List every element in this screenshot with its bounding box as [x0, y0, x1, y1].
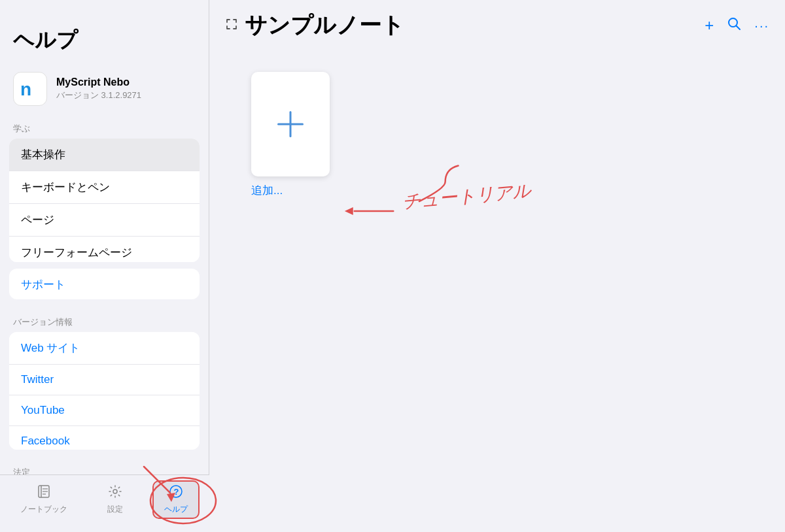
svg-marker-12 [345, 207, 353, 215]
menu-item-facebook[interactable]: Facebook [9, 426, 200, 450]
help-icon: ? [169, 484, 183, 502]
menu-item-twitter[interactable]: Twitter [9, 365, 200, 395]
menu-item-freeform[interactable]: フリーフォームページ [9, 237, 200, 262]
sidebar-header: ヘルプ [0, 0, 209, 61]
svg-text:?: ? [174, 487, 179, 497]
support-menu-group: サポート [9, 269, 200, 299]
nav-item-notebook[interactable]: ノートブック [10, 482, 78, 518]
app-info: n MyScript Nebo バージョン 3.1.2.9271 [0, 61, 209, 112]
menu-item-keyboard[interactable]: キーボードとペン [9, 171, 200, 204]
learn-section-label: 学ぶ [0, 112, 209, 139]
main-title: サンプルノート [245, 10, 404, 41]
menu-item-page[interactable]: ページ [9, 204, 200, 237]
nav-item-help[interactable]: ? ヘルプ [152, 480, 200, 519]
add-label[interactable]: 追加... [251, 183, 283, 198]
plus-icon [277, 111, 304, 137]
nav-label-notebook: ノートブック [20, 504, 67, 515]
main-content-area: サンプルノート + ··· 追加... チュートリアル [209, 0, 785, 532]
main-header: サンプルノート + ··· [209, 0, 785, 46]
sidebar-title: ヘルプ [13, 28, 78, 52]
add-note-card[interactable] [251, 72, 330, 176]
app-name: MyScript Nebo [56, 76, 141, 88]
menu-item-web[interactable]: Web サイト [9, 332, 200, 365]
menu-item-support[interactable]: サポート [9, 269, 200, 299]
svg-line-11 [737, 26, 741, 30]
app-logo-icon: n [17, 76, 43, 102]
nav-label-settings: 設定 [107, 504, 123, 515]
svg-point-7 [113, 490, 117, 493]
learn-menu-group: 基本操作 キーボードとペン ページ フリーフォームページ [9, 139, 200, 262]
app-version: バージョン 3.1.2.9271 [56, 90, 141, 101]
svg-text:チュートリアル: チュートリアル [402, 180, 532, 212]
add-button[interactable]: + [705, 16, 714, 35]
nav-label-help: ヘルプ [164, 504, 188, 515]
bottom-nav: ノートブック 設定 ? ヘルプ [0, 474, 209, 532]
svg-text:n: n [20, 79, 31, 99]
main-content: 追加... チュートリアル [209, 46, 785, 532]
version-section-label: バージョン情報 [0, 306, 209, 332]
app-text-info: MyScript Nebo バージョン 3.1.2.9271 [56, 76, 141, 101]
search-button[interactable] [727, 16, 741, 35]
menu-item-basic[interactable]: 基本操作 [9, 139, 200, 171]
more-button[interactable]: ··· [754, 18, 769, 33]
sidebar: ヘルプ n MyScript Nebo バージョン 3.1.2.9271 学ぶ … [0, 0, 209, 532]
menu-item-youtube[interactable]: YouTube [9, 395, 200, 426]
version-menu-group: Web サイト Twitter YouTube Facebook [9, 332, 200, 450]
notebook-icon [37, 484, 51, 502]
expand-icon[interactable] [225, 18, 238, 34]
gear-icon [108, 484, 122, 502]
header-actions: + ··· [705, 16, 769, 35]
app-icon: n [13, 72, 47, 106]
nav-item-settings[interactable]: 設定 [97, 482, 133, 518]
